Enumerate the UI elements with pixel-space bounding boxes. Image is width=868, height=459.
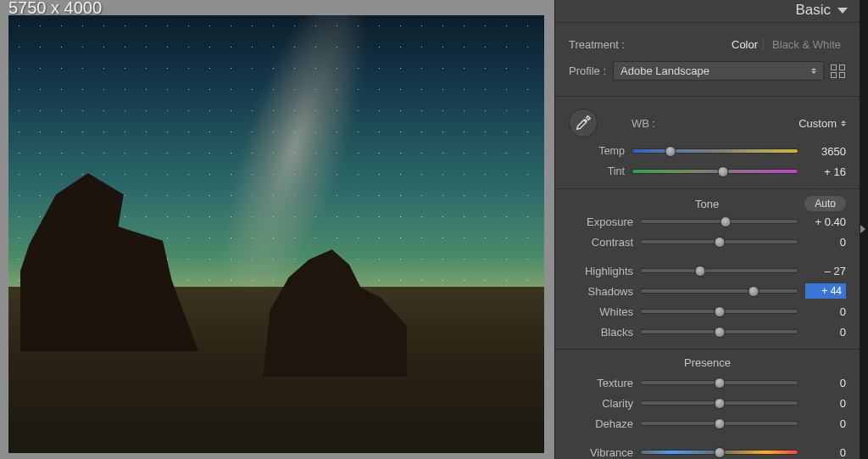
slider-thumb[interactable] (714, 418, 725, 429)
presence-header: Presence (569, 356, 846, 369)
slider-thumb[interactable] (695, 266, 706, 277)
wb-eyedropper-button[interactable] (569, 109, 598, 137)
photo-preview[interactable] (8, 15, 544, 453)
slider-thumb[interactable] (714, 378, 725, 389)
tone-header: Tone (609, 198, 804, 210)
contrast-value[interactable]: 0 (805, 236, 846, 249)
basic-panel-header[interactable]: Basic (555, 0, 860, 22)
treatment-label: Treatment : (569, 38, 625, 51)
texture-slider[interactable] (640, 380, 798, 385)
profile-value: Adobe Landscape (620, 64, 709, 77)
texture-value[interactable]: 0 (805, 377, 846, 389)
chevron-right-icon (860, 225, 865, 233)
slider-thumb[interactable] (714, 398, 725, 409)
wb-label: WB : (606, 117, 655, 130)
slider-thumb[interactable] (720, 216, 731, 227)
slider-thumb[interactable] (665, 146, 676, 157)
exposure-value[interactable]: + 0.40 (805, 216, 846, 228)
blacks-value[interactable]: 0 (805, 326, 846, 339)
highlights-value[interactable]: – 27 (805, 265, 846, 277)
texture-label: Texture (569, 377, 633, 389)
wb-value: Custom (798, 117, 837, 130)
shadows-slider[interactable] (640, 288, 798, 294)
clarity-slider[interactable] (640, 400, 798, 406)
clarity-value[interactable]: 0 (805, 397, 846, 410)
highlights-slider[interactable] (640, 268, 798, 273)
slider-thumb[interactable] (714, 327, 725, 338)
updown-icon (811, 68, 816, 74)
highlights-label: Highlights (569, 265, 633, 277)
slider-thumb[interactable] (714, 447, 725, 458)
vibrance-label: Vibrance (569, 446, 633, 459)
vibrance-value[interactable]: 0 (805, 446, 846, 459)
dehaze-value[interactable]: 0 (805, 417, 846, 430)
whites-slider[interactable] (640, 309, 798, 314)
profile-dropdown[interactable]: Adobe Landscape (613, 61, 824, 81)
slider-thumb[interactable] (714, 237, 725, 248)
profile-label: Profile : (569, 64, 606, 77)
shadows-value-input[interactable]: + 44 (805, 283, 846, 299)
chevron-down-icon (837, 8, 848, 14)
whites-label: Whites (569, 305, 633, 318)
temp-label: Temp (569, 145, 625, 157)
tint-slider[interactable] (632, 169, 798, 174)
auto-tone-button[interactable]: Auto (804, 196, 846, 211)
blacks-label: Blacks (569, 326, 633, 339)
updown-icon (841, 120, 846, 126)
treatment-bw-option[interactable]: Black & White (767, 38, 846, 51)
right-panel-collapse-strip[interactable] (860, 0, 868, 459)
preview-pane: 5750 x 4000 (0, 0, 554, 459)
whites-value[interactable]: 0 (805, 305, 846, 318)
slider-thumb[interactable] (718, 166, 729, 177)
shadows-label: Shadows (569, 285, 633, 298)
treatment-color-option[interactable]: Color (726, 38, 764, 51)
basic-panel: Basic Treatment : Color Black & White Pr… (554, 0, 860, 459)
contrast-label: Contrast (569, 236, 633, 249)
exposure-label: Exposure (569, 216, 633, 228)
basic-panel-title: Basic (795, 2, 831, 19)
profile-browser-icon[interactable] (831, 64, 846, 78)
eyedropper-icon (574, 114, 593, 132)
dehaze-slider[interactable] (640, 421, 798, 426)
slider-thumb[interactable] (714, 306, 725, 317)
vibrance-slider[interactable] (640, 450, 798, 455)
tint-label: Tint (569, 165, 625, 177)
slider-thumb[interactable] (748, 286, 760, 297)
contrast-slider[interactable] (640, 239, 798, 244)
temp-slider[interactable] (632, 148, 798, 154)
dehaze-label: Dehaze (569, 417, 633, 430)
clarity-label: Clarity (569, 397, 633, 410)
exposure-slider[interactable] (640, 219, 798, 224)
blacks-slider[interactable] (640, 329, 798, 334)
temp-value[interactable]: 3650 (805, 145, 846, 158)
wb-preset-dropdown[interactable]: Custom (798, 117, 846, 130)
tint-value[interactable]: + 16 (805, 165, 846, 178)
